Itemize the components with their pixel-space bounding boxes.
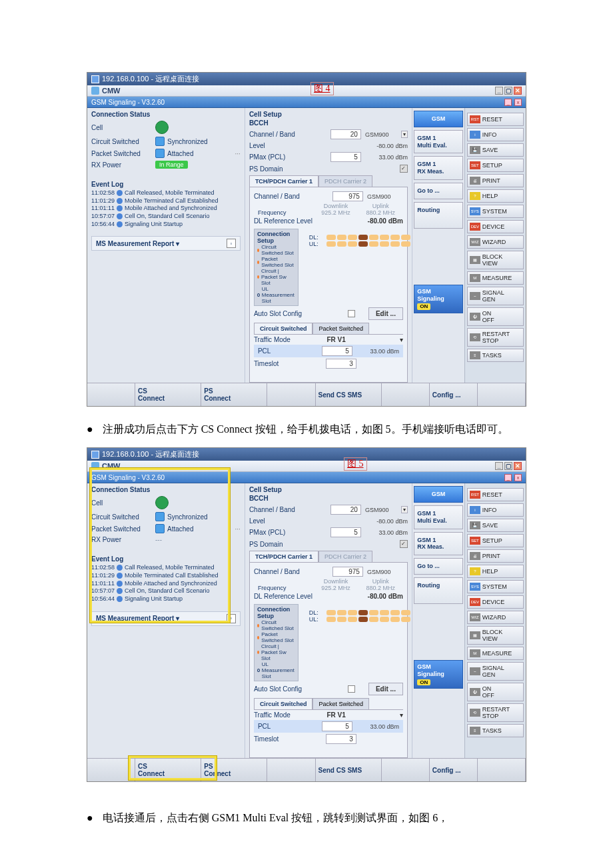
panel-min-icon[interactable]: _ xyxy=(504,99,512,106)
channel-band-value[interactable]: 20 xyxy=(330,505,361,515)
setup-button[interactable]: SETSETUP xyxy=(467,159,524,172)
tab-packet-switched[interactable]: Packet Switched xyxy=(312,698,369,709)
info-button[interactable]: iINFO xyxy=(467,503,524,517)
pcl-value[interactable]: 5 xyxy=(322,721,352,731)
close-icon[interactable]: ✕ xyxy=(514,462,522,470)
measure-button[interactable]: MMEASURE xyxy=(467,271,524,285)
save-button[interactable]: 💾SAVE xyxy=(467,519,524,532)
pcl-value[interactable]: 5 xyxy=(322,346,352,356)
carrier-channel-band-value[interactable]: 975 xyxy=(332,191,363,201)
device-button[interactable]: DEVDEVICE xyxy=(467,220,524,233)
expand-icon[interactable]: ▫ xyxy=(227,239,236,248)
chevron-down-icon[interactable]: ▾ xyxy=(400,336,403,343)
minimize-icon[interactable]: _ xyxy=(495,87,503,95)
tab-circuit-switched[interactable]: Circuit Switched xyxy=(254,698,313,709)
restart-button[interactable]: ⟲RESTART STOP xyxy=(467,328,524,347)
help-button[interactable]: ?HELP xyxy=(467,565,524,578)
ms-measurement-report[interactable]: MS Measurement Report ▾ ▫ xyxy=(91,611,241,626)
gsm-button[interactable]: GSM xyxy=(414,486,462,503)
print-button[interactable]: 🖨PRINT xyxy=(467,174,524,187)
system-button[interactable]: SYSSYSTEM xyxy=(467,580,524,593)
info-button[interactable]: iINFO xyxy=(467,128,524,141)
tab-circuit-switched[interactable]: Circuit Switched xyxy=(254,323,313,334)
pmax-value[interactable]: 5 xyxy=(330,527,361,537)
tab-packet-switched[interactable]: Packet Switched xyxy=(312,323,369,334)
panel-close-icon[interactable]: x xyxy=(514,474,522,481)
timeslot-value[interactable]: 3 xyxy=(326,359,356,369)
save-button[interactable]: 💾SAVE xyxy=(467,143,524,157)
panel-window-controls[interactable]: _ x xyxy=(504,98,522,106)
ps-domain-checkbox[interactable]: ✓ xyxy=(400,165,408,173)
auto-slot-checkbox[interactable] xyxy=(348,310,355,317)
panel-window-controls[interactable]: _ x xyxy=(504,473,522,481)
config-button[interactable]: Config ... xyxy=(430,759,478,781)
carrier-channel-band-value[interactable]: 975 xyxy=(332,567,363,577)
setup-button[interactable]: SETSETUP xyxy=(467,534,524,547)
blockview-button[interactable]: ▦BLOCK VIEW xyxy=(467,251,524,269)
ps-domain-checkbox[interactable]: ✓ xyxy=(400,540,408,548)
gsm1-multi-eval-button[interactable]: GSM 1 Multi Eval. xyxy=(414,505,462,529)
send-cs-sms-button[interactable]: Send CS SMS xyxy=(316,759,382,781)
minimize-icon[interactable]: _ xyxy=(495,462,503,470)
window-controls[interactable]: _ ▢ ✕ xyxy=(495,87,522,95)
close-icon[interactable]: ✕ xyxy=(514,87,522,95)
signalgen-button[interactable]: ~SIGNAL GEN xyxy=(467,287,524,305)
edit-button[interactable]: Edit ... xyxy=(368,683,403,695)
traffic-mode-value[interactable]: FR V1 xyxy=(326,336,400,343)
dl-ref-value[interactable]: -80.00 dBm xyxy=(368,217,403,225)
gsm-signaling-state[interactable]: GSM Signaling ON xyxy=(414,660,462,689)
tasks-button[interactable]: ≡TASKS xyxy=(467,349,524,362)
ms-measurement-report[interactable]: MS Measurement Report ▾ ▫ xyxy=(91,236,241,251)
dl-ref-value[interactable]: -80.00 dBm xyxy=(368,593,403,600)
onoff-button[interactable]: ⏻ON OFF xyxy=(467,683,524,701)
gsm-button[interactable]: GSM xyxy=(414,111,462,127)
panel-close-icon[interactable]: x xyxy=(514,99,522,106)
tab-tch-pdch-1[interactable]: TCH/PDCH Carrier 1 xyxy=(249,175,318,187)
reset-button[interactable]: RSTRESET xyxy=(467,113,524,126)
goto-button[interactable]: Go to ... xyxy=(414,558,462,575)
ps-connect-button[interactable]: PS Connect xyxy=(201,759,267,781)
routing-button[interactable]: Routing xyxy=(414,202,462,229)
expand-icon[interactable]: ▫ xyxy=(227,614,236,623)
gsm-signaling-state[interactable]: GSM Signaling ON xyxy=(414,285,462,313)
tab-pdch-2[interactable]: PDCH Carrier 2 xyxy=(318,175,372,187)
timeslot-value[interactable]: 3 xyxy=(326,734,356,744)
auto-slot-checkbox[interactable] xyxy=(348,685,355,693)
maximize-icon[interactable]: ▢ xyxy=(504,87,512,95)
gsm1-rx-meas-button[interactable]: GSM 1 RX Meas. xyxy=(414,532,462,556)
maximize-icon[interactable]: ▢ xyxy=(504,462,512,470)
cs-connect-button[interactable]: CS Connect xyxy=(135,759,201,781)
edit-button[interactable]: Edit ... xyxy=(368,307,403,320)
goto-button[interactable]: Go to ... xyxy=(414,183,462,199)
gsm1-rx-meas-button[interactable]: GSM 1 RX Meas. xyxy=(414,156,462,180)
gsm1-multi-eval-button[interactable]: GSM 1 Multi Eval. xyxy=(414,130,462,154)
restart-button[interactable]: ⟲RESTART STOP xyxy=(467,703,524,722)
channel-band-value[interactable]: 20 xyxy=(330,129,361,139)
reset-button[interactable]: RSTRESET xyxy=(467,488,524,501)
tab-tch-pdch-1[interactable]: TCH/PDCH Carrier 1 xyxy=(249,551,318,562)
ps-connect-button[interactable]: PS Connect xyxy=(201,383,267,406)
print-button[interactable]: 🖨PRINT xyxy=(467,549,524,563)
help-button[interactable]: ?HELP xyxy=(467,189,524,203)
signalgen-button[interactable]: ~SIGNAL GEN xyxy=(467,662,524,681)
measure-button[interactable]: MMEASURE xyxy=(467,647,524,660)
blockview-button[interactable]: ▦BLOCK VIEW xyxy=(467,626,524,645)
tab-pdch-2[interactable]: PDCH Carrier 2 xyxy=(318,551,372,562)
send-cs-sms-button[interactable]: Send CS SMS xyxy=(316,383,382,406)
traffic-mode-value[interactable]: FR V1 xyxy=(326,711,400,719)
window-controls[interactable]: _ ▢ ✕ xyxy=(495,462,522,470)
cs-connect-button[interactable]: CS Connect xyxy=(135,383,201,406)
device-button[interactable]: DEVDEVICE xyxy=(467,595,524,609)
panel-min-icon[interactable]: _ xyxy=(504,474,512,481)
config-button[interactable]: Config ... xyxy=(430,383,478,406)
tasks-button[interactable]: ≡TASKS xyxy=(467,724,524,737)
wizard-button[interactable]: WIZWIZARD xyxy=(467,611,524,624)
chevron-down-icon[interactable]: ▾ xyxy=(400,711,403,719)
wizard-button[interactable]: WIZWIZARD xyxy=(467,235,524,249)
routing-button[interactable]: Routing xyxy=(414,577,462,604)
chevron-down-icon[interactable]: ▾ xyxy=(401,506,408,513)
system-button[interactable]: SYSSYSTEM xyxy=(467,205,524,218)
pmax-value[interactable]: 5 xyxy=(330,152,361,162)
onoff-button[interactable]: ⏻ON OFF xyxy=(467,307,524,326)
chevron-down-icon[interactable]: ▾ xyxy=(401,131,408,138)
